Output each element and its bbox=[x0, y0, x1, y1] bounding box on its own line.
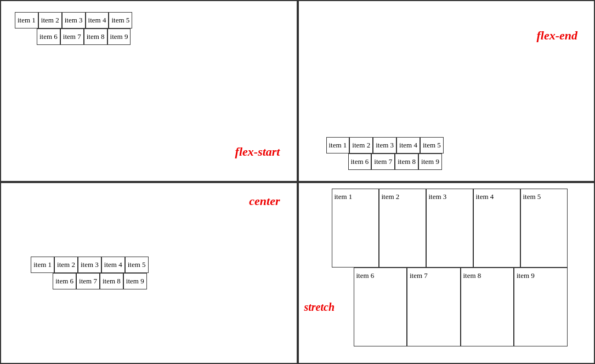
row-1: item 1 item 2 item 3 item 4 item 5 bbox=[326, 137, 562, 153]
center-container: item 1 item 2 item 3 item 4 item 5 item … bbox=[31, 213, 267, 333]
item-4: item 4 bbox=[396, 137, 420, 153]
item-3: item 3 bbox=[426, 189, 473, 268]
flex-start-container: item 1 item 2 item 3 item 4 item 5 item … bbox=[15, 12, 251, 94]
flex-end-container: item 1 item 2 item 3 item 4 item 5 item … bbox=[326, 82, 562, 170]
item-1: item 1 bbox=[31, 257, 54, 273]
panel-flex-end: flex-end item 1 item 2 item 3 item 4 ite… bbox=[298, 0, 596, 182]
item-7: item 7 bbox=[60, 29, 84, 45]
center-label: center bbox=[249, 194, 280, 208]
item-9: item 9 bbox=[514, 268, 568, 346]
row-2: item 6 item 7 item 8 item 9 bbox=[348, 153, 562, 170]
panel-center: center item 1 item 2 item 3 item 4 item … bbox=[0, 182, 298, 364]
panel-stretch: stretch item 1 item 2 item 3 item 4 item… bbox=[298, 182, 596, 364]
item-2: item 2 bbox=[349, 137, 373, 153]
item-4: item 4 bbox=[101, 257, 125, 273]
flex-start-label: flex-start bbox=[235, 145, 280, 159]
item-4: item 4 bbox=[473, 189, 520, 268]
item-2: item 2 bbox=[379, 189, 426, 268]
item-6: item 6 bbox=[348, 153, 372, 170]
item-4: item 4 bbox=[86, 12, 109, 29]
item-8: item 8 bbox=[100, 273, 123, 289]
item-1: item 1 bbox=[15, 12, 38, 29]
item-7: item 7 bbox=[407, 268, 461, 346]
row-2: item 6 item 7 item 8 item 9 bbox=[354, 268, 568, 346]
item-2: item 2 bbox=[38, 12, 62, 29]
item-2: item 2 bbox=[54, 257, 78, 273]
item-3: item 3 bbox=[78, 257, 101, 273]
item-3: item 3 bbox=[373, 137, 396, 153]
item-6: item 6 bbox=[37, 29, 60, 45]
item-1: item 1 bbox=[326, 137, 350, 153]
item-9: item 9 bbox=[123, 273, 147, 289]
item-1: item 1 bbox=[332, 189, 379, 268]
row-1: item 1 item 2 item 3 item 4 item 5 bbox=[332, 189, 568, 268]
item-7: item 7 bbox=[371, 153, 395, 170]
item-5: item 5 bbox=[109, 12, 132, 29]
row-1: item 1 item 2 item 3 item 4 item 5 bbox=[31, 257, 267, 273]
item-6: item 6 bbox=[53, 273, 76, 289]
item-8: item 8 bbox=[395, 153, 418, 170]
stretch-container: item 1 item 2 item 3 item 4 item 5 item … bbox=[332, 189, 568, 353]
row-2: item 6 item 7 item 8 item 9 bbox=[37, 29, 251, 45]
item-5: item 5 bbox=[420, 137, 444, 153]
row-2: item 6 item 7 item 8 item 9 bbox=[53, 273, 267, 289]
stretch-label: stretch bbox=[304, 301, 335, 314]
panel-flex-start: item 1 item 2 item 3 item 4 item 5 item … bbox=[0, 0, 298, 182]
item-5: item 5 bbox=[520, 189, 568, 268]
item-8: item 8 bbox=[461, 268, 514, 346]
item-3: item 3 bbox=[62, 12, 86, 29]
item-5: item 5 bbox=[125, 257, 149, 273]
item-9: item 9 bbox=[418, 153, 442, 170]
item-6: item 6 bbox=[354, 268, 407, 346]
row-1: item 1 item 2 item 3 item 4 item 5 bbox=[15, 12, 251, 29]
item-9: item 9 bbox=[107, 29, 131, 45]
item-8: item 8 bbox=[84, 29, 107, 45]
item-7: item 7 bbox=[76, 273, 100, 289]
flex-end-label: flex-end bbox=[536, 29, 577, 43]
